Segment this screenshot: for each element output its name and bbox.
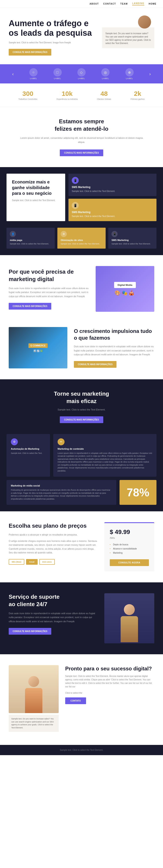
icon-label-4: LABEL	[102, 78, 109, 80]
icon-item-1: ○ LABEL	[29, 68, 38, 80]
support-person-image	[104, 593, 154, 643]
bottom-section: Sample text. Do you want to increase sal…	[0, 654, 163, 745]
feature-card-title-2: SMS Marketing	[72, 211, 153, 214]
icon-item-4: ◎ LABEL	[101, 68, 110, 80]
mini-card-0: 👤 mídia paga Sample text. Click to selec…	[6, 228, 55, 249]
growth-text: Duis aute irure dolor in reprehenderit i…	[74, 344, 154, 356]
feature-main-heading: Economize mais e ganhe visibilidade para…	[12, 179, 60, 196]
marketing-sample-text: Sample text. Click to select the Text El…	[9, 408, 154, 411]
support-section: Serviço de suporte ao cliente 24/7 Duis …	[0, 582, 163, 654]
marketing-card-title-1: Marketing de conteúdo	[57, 447, 152, 450]
why-section: Por que você precisa de marketing digita…	[0, 255, 163, 323]
price-feature-1: • Alcance e acessibilidade	[110, 547, 149, 551]
hero-section: Aumente o tráfego e os leads da pesquisa…	[0, 8, 163, 64]
happy-section: Estamos sempre felizes em atendê-lo Lore…	[0, 107, 163, 167]
social-media-card: Marketing de mídia social Podcasting do …	[6, 480, 116, 505]
marketing-card-0: ⚙ Automação de Marketing Sample text. Cl…	[6, 434, 50, 477]
social-media-title: Marketing de mídia social	[11, 484, 112, 487]
pricing-tab-1[interactable]: Anual	[26, 559, 38, 565]
pricing-tab-0[interactable]: Mês (Mas)	[9, 559, 24, 565]
nav-home[interactable]: HOME	[149, 3, 157, 5]
marketing-card-title-0: Automação de Marketing	[11, 447, 46, 450]
mini-card-icon-1: ⚙	[60, 231, 67, 237]
icon-label-2: LABEL	[54, 78, 61, 80]
pricing-tab-2[interactable]: Dois anos	[39, 559, 55, 565]
percent-number: 78%	[127, 486, 149, 499]
digital-media-badge: Digital Media	[114, 282, 136, 288]
feature-card-icon-1: 📱	[72, 177, 79, 184]
mini-card-title-0: mídia paga	[10, 239, 51, 241]
happy-heading: Estamos sempre felizes em atendê-lo	[17, 118, 146, 133]
nav-team[interactable]: TEAM	[120, 3, 128, 5]
stat-number-3: 2k	[130, 90, 145, 97]
bottom-card-overlay: Sample text. Do you want to increase sal…	[9, 715, 59, 732]
feature-card-text-1: Sample text. Click to select the Text El…	[72, 190, 153, 193]
price-per: /Mês	[110, 537, 149, 539]
why-cta-button[interactable]: Consulte Mais Informações	[9, 303, 51, 310]
growth-image: E COMMERCE 📊 📈 💹	[9, 327, 67, 368]
pricing-section: Escolha seu plano de preços Podemos ajud…	[0, 512, 163, 582]
happy-cta-button[interactable]: Consulte Mais Informações	[60, 150, 103, 156]
nav-contact[interactable]: CONTACT	[103, 3, 116, 5]
icon-item-3: ◇ LABEL	[77, 68, 86, 80]
feature-main-text: Sample text. Click to select the Text El…	[12, 199, 60, 202]
feature-card-icon-2: 📱	[72, 202, 79, 209]
happy-text: Lorem ipsum dolor sit amet, consectetur …	[17, 136, 146, 144]
icon-bar-arrow-left[interactable]: ‹	[12, 71, 14, 76]
mini-card-text-2: Sample text. Click to select the Text El…	[112, 243, 153, 245]
stat-number-0: 300	[18, 90, 37, 97]
price-card-cta-button[interactable]: CONSULTE AGORA	[110, 559, 149, 566]
pricing-right: $ 49.99 /Mês • Depto de busca • Alcance …	[104, 522, 154, 571]
nav-about[interactable]: ABOUT	[89, 3, 99, 5]
support-left: Serviço de suporte ao cliente 24/7 Duis …	[9, 593, 98, 635]
feature-card-yellow: 📱 SMS Marketing Sample text. Click to se…	[69, 199, 157, 221]
icon-bar-arrow-right[interactable]: ›	[149, 71, 151, 76]
mini-card-icon-0: 👤	[10, 231, 16, 237]
growth-section: E COMMERCE 📊 📈 💹 O crescimento impulsion…	[0, 323, 163, 379]
support-right	[104, 593, 154, 643]
mini-card-text-0: Sample text. Click to select the Text El…	[10, 243, 51, 245]
stat-label-1: Experiência na Indústria	[57, 98, 78, 100]
bottom-heading: Pronto para o seu sucesso digital?	[65, 665, 154, 672]
bottom-cta-button[interactable]: Contato	[65, 698, 86, 704]
mini-card-title-2: SMS Marketing	[112, 239, 153, 241]
hero-heading: Aumente o tráfego e os leads da pesquisa	[9, 19, 96, 38]
feature-side-cards: 📱 SMS Marketing Sample text. Click to se…	[69, 174, 157, 221]
support-heading: Serviço de suporte ao cliente 24/7	[9, 593, 98, 608]
stat-item-2: 48 Clientes Globais	[97, 90, 111, 100]
stat-item-3: 2k Prêmios ganhos	[130, 90, 145, 100]
stat-item-1: 10k Experiência na Indústria	[57, 90, 78, 100]
growth-right: O crescimento impulsiona tudo o que faze…	[74, 328, 154, 368]
growth-cta-button[interactable]: Consulte Mais Informações	[74, 361, 117, 368]
support-cta-button[interactable]: Consulte Mais Informações	[9, 628, 51, 635]
hero-cta-button[interactable]: Consulte Mais Informações	[9, 49, 51, 56]
price-feature-2: • Marketing	[110, 551, 149, 555]
why-left: Por que você precisa de marketing digita…	[9, 268, 89, 310]
stats-bar: 300 Trabalhos Concluídos 10k Experiência…	[0, 84, 163, 107]
hero-sample-text: Sample text. Click to select the Text El…	[9, 41, 96, 44]
percent-card: 78%	[120, 480, 157, 505]
marketing-card-icon-0: ⚙	[11, 438, 18, 445]
nav-landing[interactable]: LANDING	[132, 2, 144, 5]
pricing-intro: Podemos ajudá-o a alcançar e atingir os …	[9, 533, 98, 537]
icon-label-3: LABEL	[78, 78, 85, 80]
pricing-tabs: Mês (Mas) Anual Dois anos	[9, 559, 98, 565]
hero-avatar	[138, 16, 151, 29]
support-text: Duis aute irure dolor in reprehenderit i…	[9, 611, 98, 624]
marketing-section: Torne seu marketing mais eficaz Sample t…	[0, 379, 163, 434]
pricing-body-text: O artigo existente chegou expresso aos h…	[9, 539, 98, 555]
price-feature-0: • Depto de busca	[110, 542, 149, 547]
stat-number-2: 48	[97, 90, 111, 97]
bottom-person-card: Sample text. Do you want to increase sal…	[9, 665, 59, 732]
bottom-right: Pronto para o seu sucesso digital? Sampl…	[65, 665, 154, 704]
icon-bar: ‹ ○ LABEL □ LABEL ◇ LABEL ◎ LABEL ⊕ LABE…	[0, 64, 163, 84]
stat-label-3: Prêmios ganhos	[130, 98, 145, 100]
bottom-text: Sample text. Click to select the Text El…	[65, 675, 154, 688]
pricing-heading: Escolha seu plano de preços	[9, 522, 98, 530]
why-emoji-row: 🎨🎭🎪	[115, 290, 135, 296]
icon-label-5: LABEL	[126, 78, 133, 80]
growth-image-decoration: 📊 📈 💹	[34, 350, 43, 352]
social-media-text: Podcasting do gerenciamento de mudanças …	[11, 489, 112, 500]
marketing-cta-button[interactable]: Consulte Mais Informações	[60, 416, 103, 423]
stat-label-2: Clientes Globais	[97, 98, 111, 100]
